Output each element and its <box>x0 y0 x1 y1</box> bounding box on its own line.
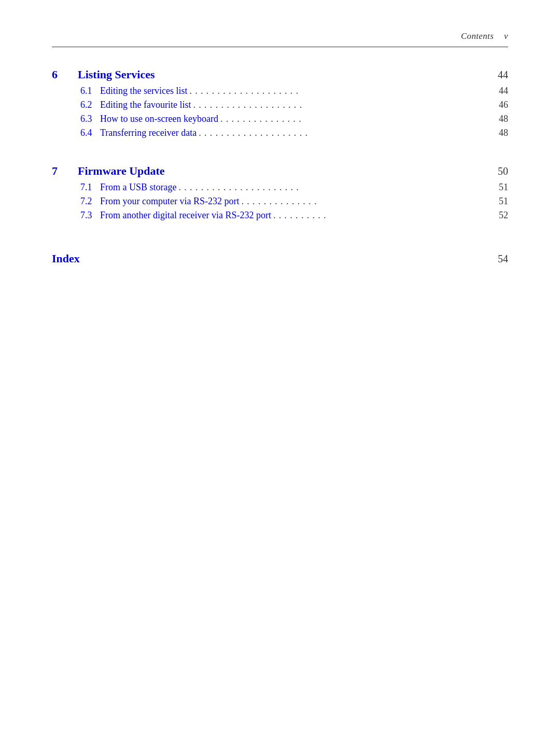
toc-spacer <box>52 154 508 164</box>
section-title-group-6: 6Listing Services <box>52 68 155 81</box>
section-page-7: 50 <box>498 165 508 177</box>
subsection-number-6.1: 6.1 <box>80 86 100 96</box>
subsection-number-7.2: 7.2 <box>80 196 100 207</box>
subsection-row-7.2: 7.2From your computer via RS-232 port . … <box>52 196 508 207</box>
section-page-6: 44 <box>498 69 508 81</box>
subsection-page-6.4: 48 <box>493 128 508 138</box>
subsection-title-7.2: From your computer via RS-232 port <box>100 196 239 207</box>
section-heading-7: 7Firmware Update50 <box>52 164 508 178</box>
subsection-title-6.2: Editing the favourite list <box>100 100 191 110</box>
section-number-7: 7 <box>52 164 67 178</box>
subsection-title-7.1: From a USB storage <box>100 182 177 193</box>
index-title: Index <box>52 252 80 265</box>
subsection-dots-7.1: . . . . . . . . . . . . . . . . . . . . … <box>179 182 491 193</box>
index-row: Index 54 <box>52 252 508 265</box>
section-title-group-7: 7Firmware Update <box>52 164 165 178</box>
subsection-number-6.4: 6.4 <box>80 128 100 138</box>
header-page: v <box>504 31 508 41</box>
page: Contents v 6Listing Services446.1Editing… <box>0 0 560 746</box>
header-label: Contents <box>461 31 494 41</box>
subsection-number-7.1: 7.1 <box>80 182 100 193</box>
subsection-number-6.3: 6.3 <box>80 114 100 124</box>
toc-container: 6Listing Services446.1Editing the servic… <box>52 68 508 247</box>
subsection-dots-6.3: . . . . . . . . . . . . . . . <box>220 114 491 124</box>
subsection-row-6.1: 6.1Editing the services list . . . . . .… <box>52 86 508 96</box>
subsection-title-6.3: How to use on-screen keyboard <box>100 114 218 124</box>
section-title-6: Listing Services <box>78 68 155 81</box>
section-title-7: Firmware Update <box>78 164 165 178</box>
section-number-6: 6 <box>52 68 67 81</box>
subsection-dots-7.2: . . . . . . . . . . . . . . <box>241 196 491 207</box>
subsection-row-6.4: 6.4Transferring receiver data . . . . . … <box>52 128 508 138</box>
subsection-page-6.1: 44 <box>493 86 508 96</box>
subsection-row-6.3: 6.3How to use on-screen keyboard . . . .… <box>52 114 508 124</box>
subsection-title-6.1: Editing the services list <box>100 86 187 96</box>
page-header: Contents v <box>52 31 508 47</box>
subsection-row-6.2: 6.2Editing the favourite list . . . . . … <box>52 100 508 110</box>
subsection-dots-6.1: . . . . . . . . . . . . . . . . . . . . <box>189 86 491 96</box>
subsection-row-7.3: 7.3From another digital receiver via RS-… <box>52 210 508 221</box>
toc-section-7: 7Firmware Update507.1From a USB storage … <box>52 164 508 221</box>
toc-spacer-before-index <box>52 236 508 247</box>
section-heading-6: 6Listing Services44 <box>52 68 508 81</box>
subsection-number-7.3: 7.3 <box>80 210 100 221</box>
subsection-dots-6.4: . . . . . . . . . . . . . . . . . . . . <box>199 128 491 138</box>
subsection-page-7.1: 51 <box>493 182 508 193</box>
subsection-dots-7.3: . . . . . . . . . . <box>273 210 491 221</box>
subsection-number-6.2: 6.2 <box>80 100 100 110</box>
subsection-page-6.2: 46 <box>493 100 508 110</box>
subsection-title-7.3: From another digital receiver via RS-232… <box>100 210 271 221</box>
index-page: 54 <box>498 253 508 265</box>
subsection-row-7.1: 7.1From a USB storage . . . . . . . . . … <box>52 182 508 193</box>
subsection-page-7.3: 52 <box>493 210 508 221</box>
subsection-title-6.4: Transferring receiver data <box>100 128 197 138</box>
subsection-page-7.2: 51 <box>493 196 508 207</box>
subsection-dots-6.2: . . . . . . . . . . . . . . . . . . . . <box>193 100 491 110</box>
toc-section-6: 6Listing Services446.1Editing the servic… <box>52 68 508 138</box>
subsection-page-6.3: 48 <box>493 114 508 124</box>
header-right: Contents v <box>461 31 508 41</box>
